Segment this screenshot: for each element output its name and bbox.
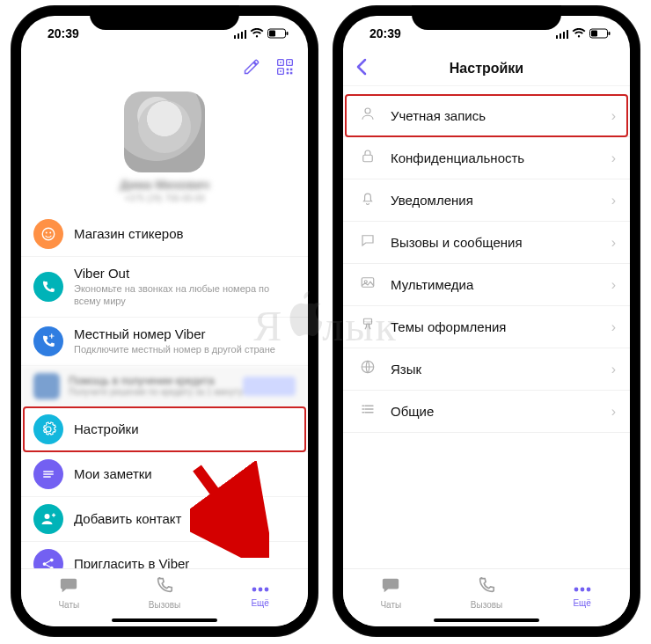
ad-sub: Получите решение по кредиту за 1 минуту	[69, 387, 243, 397]
menu-sub: Подключите местный номер в другой стране	[74, 343, 294, 355]
avatar	[124, 91, 205, 172]
status-time: 20:39	[369, 26, 401, 40]
svg-point-15	[49, 232, 51, 234]
gear-icon	[33, 414, 63, 444]
home-indicator	[434, 618, 539, 622]
ad-open-button[interactable]	[243, 377, 296, 396]
battery-icon	[589, 28, 611, 39]
phone-frame-left: 20:39 Дима Михович +375 (29) 700-00-00	[11, 5, 318, 637]
menu-viber-out[interactable]: Viber Out Экономьте на звонках на любые …	[21, 257, 308, 318]
menu-local-number[interactable]: Местный номер Viber Подключите местный н…	[21, 318, 308, 366]
menu-label: Добавить контакт	[74, 511, 294, 527]
more-icon	[250, 577, 271, 596]
settings-header: Настройки	[343, 51, 630, 86]
tab-chats[interactable]: Чаты	[343, 569, 439, 616]
screen-left: 20:39 Дима Михович +375 (29) 700-00-00	[21, 16, 308, 626]
chat-icon	[357, 232, 378, 252]
settings-language[interactable]: Язык ›	[343, 348, 630, 391]
settings-label: Язык	[391, 362, 611, 377]
chevron-right-icon: ›	[611, 193, 616, 209]
svg-point-23	[264, 588, 268, 592]
svg-rect-11	[287, 72, 289, 75]
svg-point-36	[586, 588, 590, 592]
svg-rect-6	[280, 62, 282, 63]
settings-label: Темы оформления	[391, 319, 611, 334]
tab-chats[interactable]: Чаты	[21, 569, 117, 616]
svg-rect-8	[280, 70, 282, 72]
settings-account[interactable]: Учетная запись ›	[343, 95, 630, 137]
profile-phone: +375 (29) 700-00-00	[21, 194, 308, 203]
cellular-icon	[234, 29, 247, 39]
tab-more[interactable]: Ещё	[212, 569, 308, 616]
battery-icon	[267, 28, 289, 39]
menu-settings[interactable]: Настройки	[21, 407, 308, 452]
notch	[90, 5, 239, 30]
profile-name: Дима Михович	[21, 178, 308, 192]
svg-rect-12	[290, 72, 293, 75]
tab-calls[interactable]: Вызовы	[439, 569, 535, 616]
header-actions	[243, 58, 294, 76]
settings-themes[interactable]: Темы оформления ›	[343, 306, 630, 348]
menu-label: Настройки	[74, 421, 294, 437]
more-content: Дима Михович +375 (29) 700-00-00 Магазин…	[21, 86, 308, 568]
settings-label: Уведомления	[391, 193, 611, 208]
notch	[412, 5, 561, 30]
svg-point-14	[46, 232, 48, 234]
notes-icon	[33, 459, 63, 489]
settings-label: Вызовы и сообщения	[391, 235, 611, 250]
menu-notes[interactable]: Мои заметки	[21, 452, 308, 497]
chevron-right-icon: ›	[611, 362, 616, 377]
chevron-right-icon: ›	[611, 404, 616, 420]
settings-list: Учетная запись › Конфиденциальность › Ув…	[343, 86, 630, 568]
svg-point-28	[365, 108, 370, 113]
settings-privacy[interactable]: Конфиденциальность ›	[343, 137, 630, 179]
page-title: Настройки	[450, 61, 523, 77]
list-icon	[357, 401, 378, 421]
profile-block[interactable]: Дима Михович +375 (29) 700-00-00	[21, 86, 308, 212]
tab-calls[interactable]: Вызовы	[117, 569, 213, 616]
lock-icon	[357, 148, 378, 168]
chat-icon	[58, 575, 79, 598]
menu-stickers[interactable]: Магазин стикеров	[21, 212, 308, 257]
svg-point-13	[42, 228, 55, 240]
svg-rect-29	[363, 155, 373, 162]
tab-label: Ещё	[251, 598, 268, 608]
back-button[interactable]	[355, 58, 368, 79]
tab-label: Ещё	[573, 598, 590, 608]
share-icon	[33, 549, 63, 568]
image-icon	[357, 274, 378, 295]
settings-label: Мультимедиа	[391, 277, 611, 292]
svg-rect-10	[290, 69, 293, 71]
settings-calls-messages[interactable]: Вызовы и сообщения ›	[343, 222, 630, 264]
svg-point-35	[580, 588, 584, 592]
tab-label: Чаты	[58, 600, 79, 610]
wifi-icon	[572, 28, 586, 39]
bell-icon	[357, 190, 378, 210]
ad-icon	[33, 373, 60, 399]
svg-rect-1	[287, 32, 289, 35]
qr-icon[interactable]	[276, 58, 294, 76]
globe-icon	[357, 359, 378, 379]
menu-add-contact[interactable]: Добавить контакт	[21, 497, 308, 542]
svg-rect-32	[364, 318, 372, 324]
phone-frame-right: 20:39 Настройки Учетная запись ›	[333, 5, 640, 637]
settings-general[interactable]: Общие ›	[343, 391, 630, 433]
settings-notifications[interactable]: Уведомления ›	[343, 179, 630, 222]
svg-rect-27	[591, 31, 597, 37]
tab-label: Вызовы	[471, 600, 502, 610]
cellular-icon	[556, 29, 569, 39]
more-icon	[572, 577, 593, 596]
tab-more[interactable]: Ещё	[534, 569, 630, 616]
status-indicators	[234, 28, 289, 39]
chevron-right-icon: ›	[611, 319, 616, 335]
svg-point-19	[50, 566, 54, 568]
more-header	[21, 51, 308, 86]
edit-icon[interactable]	[243, 58, 260, 76]
chevron-right-icon: ›	[611, 150, 616, 166]
menu-invite[interactable]: Пригласить в Viber	[21, 542, 308, 568]
ad-banner[interactable]: Помощь в получении кредита Получите реше…	[21, 366, 308, 407]
phone-icon	[477, 575, 496, 598]
settings-media[interactable]: Мультимедиа ›	[343, 264, 630, 306]
brush-icon	[357, 317, 378, 337]
add-contact-icon	[33, 504, 63, 534]
